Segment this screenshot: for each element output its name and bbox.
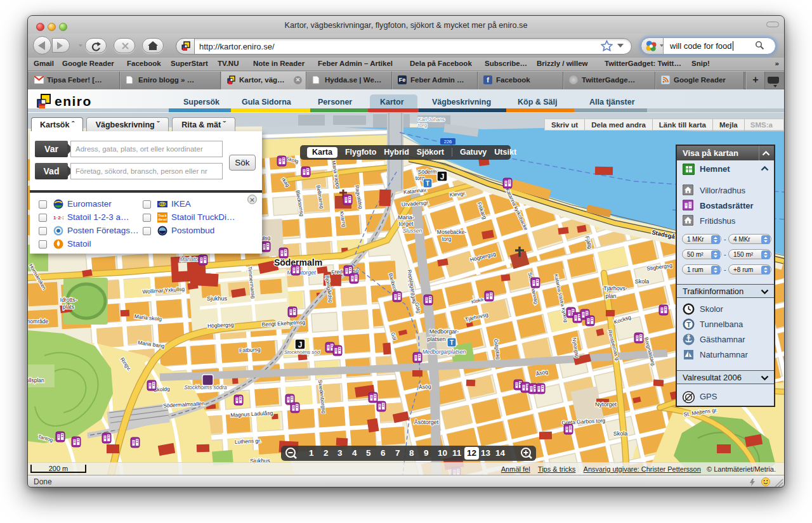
svg-text:1·2·3: 1·2·3: [53, 215, 63, 221]
svg-text:226: 226: [444, 139, 452, 145]
svg-text:T: T: [450, 339, 454, 346]
svg-text:Fatbursg: Fatbursg: [239, 346, 261, 354]
svg-text:J: J: [298, 340, 303, 349]
svg-text:Medborgarplatsen: Medborgarplatsen: [422, 349, 466, 355]
svg-text:Sjukhus: Sjukhus: [207, 295, 228, 302]
svg-text:T: T: [426, 180, 429, 187]
svg-text:diesel: diesel: [158, 217, 167, 221]
svg-text:bollsplan: bollsplan: [28, 377, 44, 384]
svg-text:...niomområde: ...niomområde: [28, 318, 48, 325]
svg-text:Idrotts-: Idrotts-: [60, 297, 77, 303]
svg-text:Medborgar-: Medborgar-: [429, 328, 459, 335]
svg-text:Mosebacke-: Mosebacke-: [437, 229, 466, 235]
svg-text:torg: torg: [442, 236, 452, 242]
svg-text:J: J: [440, 172, 445, 181]
svg-text:Åsög: Åsög: [419, 383, 431, 390]
svg-text:plan: plan: [605, 293, 616, 299]
svg-text:Slussen: Slussen: [403, 228, 422, 234]
svg-text:Stockholms söd: Stockholms söd: [284, 349, 320, 355]
svg-text:Skola: Skola: [635, 278, 650, 285]
svg-text:Åsötorget: Åsötorget: [414, 419, 439, 425]
svg-text:platsen: platsen: [427, 336, 445, 342]
svg-text:T: T: [686, 321, 691, 328]
svg-text:torget: torget: [398, 221, 414, 227]
svg-text:Karl Johans: Karl Johans: [418, 117, 445, 122]
svg-text:Skola: Skola: [613, 430, 628, 437]
svg-text:torg: torg: [418, 122, 427, 128]
svg-text:Nytorget: Nytorget: [595, 401, 617, 408]
svg-text:IKEA: IKEA: [159, 203, 167, 206]
svg-text:Tjärhovs-: Tjärhovs-: [603, 285, 627, 292]
svg-text:plats: plats: [63, 304, 74, 310]
svg-text:Maria-: Maria-: [398, 214, 414, 221]
